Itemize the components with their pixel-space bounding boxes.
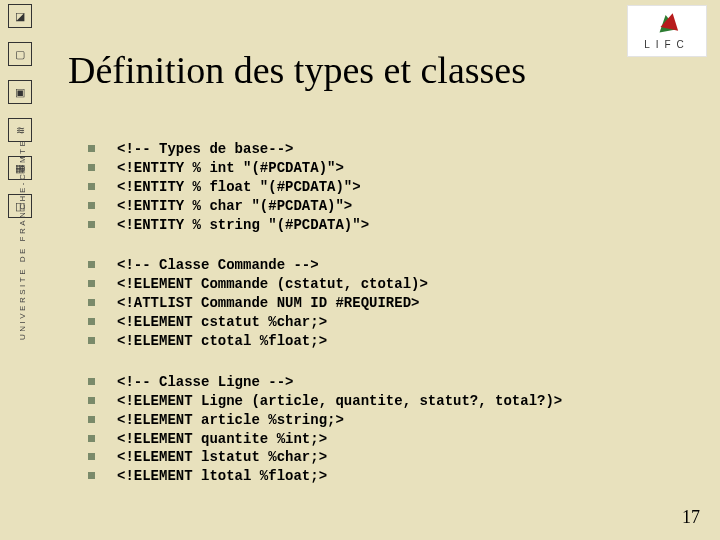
code-group: <!-- Types de base--> <!ENTITY % int "(#… xyxy=(88,140,648,234)
bullet-icon xyxy=(88,145,95,152)
code-line: <!ELEMENT article %string;> xyxy=(88,411,648,430)
logo-mark xyxy=(656,13,678,35)
bullet-icon xyxy=(88,164,95,171)
code-line: <!ENTITY % char "(#PCDATA)"> xyxy=(88,197,648,216)
bullet-icon xyxy=(88,202,95,209)
bullet-icon xyxy=(88,416,95,423)
sidebar-icon: ▢ xyxy=(8,42,32,66)
code-line: <!ELEMENT cstatut %char;> xyxy=(88,313,648,332)
bullet-icon xyxy=(88,453,95,460)
code-line: <!ENTITY % string "(#PCDATA)"> xyxy=(88,216,648,235)
code-line: <!ELEMENT ctotal %float;> xyxy=(88,332,648,351)
bullet-icon xyxy=(88,299,95,306)
bullet-icon xyxy=(88,378,95,385)
sidebar-icon: ◪ xyxy=(8,4,32,28)
code-line: <!ELEMENT ltotal %float;> xyxy=(88,467,648,486)
bullet-icon xyxy=(88,261,95,268)
bullet-icon xyxy=(88,397,95,404)
code-line: <!ENTITY % int "(#PCDATA)"> xyxy=(88,159,648,178)
bullet-icon xyxy=(88,435,95,442)
code-line: <!ATTLIST Commande NUM ID #REQUIRED> xyxy=(88,294,648,313)
code-line: <!ELEMENT Commande (cstatut, ctotal)> xyxy=(88,275,648,294)
sidebar: ◪ ▢ ▣ ≋ ▦ ◫ UNIVERSITE DE FRANCHE-COMTE xyxy=(0,0,48,540)
code-line: <!-- Types de base--> xyxy=(88,140,648,159)
code-line: <!ELEMENT lstatut %char;> xyxy=(88,448,648,467)
sidebar-icon: ▣ xyxy=(8,80,32,104)
bullet-icon xyxy=(88,221,95,228)
bullet-icon xyxy=(88,318,95,325)
code-line: <!ENTITY % float "(#PCDATA)"> xyxy=(88,178,648,197)
bullet-icon xyxy=(88,280,95,287)
slide: ◪ ▢ ▣ ≋ ▦ ◫ UNIVERSITE DE FRANCHE-COMTE … xyxy=(0,0,720,540)
bullet-icon xyxy=(88,183,95,190)
logo-lifc: LIFC xyxy=(628,6,706,56)
logo-text: LIFC xyxy=(644,39,690,50)
code-group: <!-- Classe Ligne --> <!ELEMENT Ligne (a… xyxy=(88,373,648,486)
bullet-icon xyxy=(88,472,95,479)
slide-title: Définition des types et classes xyxy=(68,48,526,92)
code-line: <!ELEMENT Ligne (article, quantite, stat… xyxy=(88,392,648,411)
bullet-icon xyxy=(88,337,95,344)
slide-content: <!-- Types de base--> <!ENTITY % int "(#… xyxy=(88,140,648,508)
sidebar-university-label: UNIVERSITE DE FRANCHE-COMTE xyxy=(18,139,27,340)
code-line: <!-- Classe Ligne --> xyxy=(88,373,648,392)
code-line: <!ELEMENT quantite %int;> xyxy=(88,430,648,449)
code-group: <!-- Classe Commande --> <!ELEMENT Comma… xyxy=(88,256,648,350)
code-line: <!-- Classe Commande --> xyxy=(88,256,648,275)
page-number: 17 xyxy=(682,507,700,528)
